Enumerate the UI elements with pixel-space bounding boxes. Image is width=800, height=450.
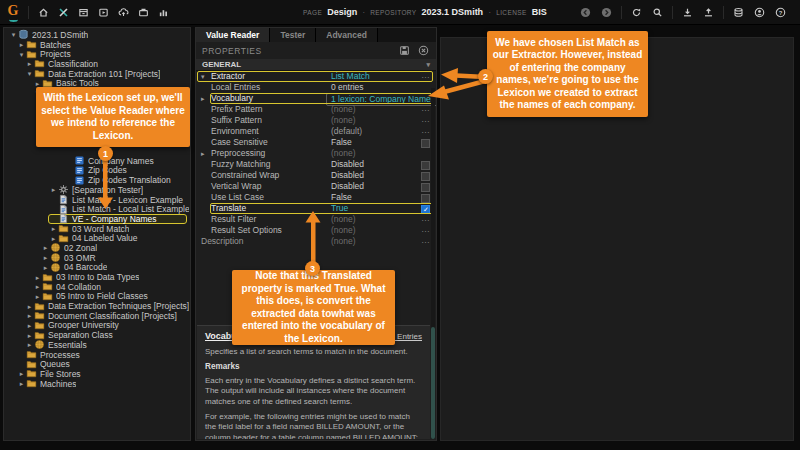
tree-item[interactable]: ▸02 Zonal — [40, 243, 190, 253]
user-icon[interactable] — [753, 6, 766, 19]
expand-icon[interactable]: ▸ — [25, 322, 34, 329]
tree-item[interactable]: ▸Batches — [16, 40, 190, 50]
property-value[interactable]: (none) — [331, 104, 356, 115]
property-value[interactable]: True — [331, 203, 348, 214]
checkbox-unchecked[interactable] — [421, 194, 430, 203]
property-value[interactable]: (none) — [331, 115, 356, 126]
expand-icon[interactable]: ▸ — [25, 332, 34, 339]
tree-item[interactable]: ▸Machines — [16, 379, 190, 389]
property-row[interactable]: Prefix Pattern(none)… — [196, 104, 436, 115]
forward-icon[interactable] — [600, 6, 613, 19]
tree-item[interactable]: ▸04 Barcode — [40, 263, 190, 273]
property-row[interactable]: Case SensitiveFalse — [196, 137, 436, 148]
property-value[interactable]: (none) — [331, 225, 356, 236]
stats-icon[interactable] — [157, 6, 170, 19]
property-value[interactable]: Disabled — [331, 170, 364, 181]
tree-item[interactable]: ▸04 Collation — [32, 282, 190, 292]
property-value[interactable]: (default) — [331, 126, 362, 137]
tree-item[interactable]: Processes — [16, 350, 190, 360]
expand-icon[interactable]: ▸ — [25, 312, 34, 319]
expand-icon[interactable]: ▸ — [17, 380, 26, 387]
back-icon[interactable] — [579, 6, 592, 19]
tree-item[interactable]: Queues — [16, 359, 190, 369]
expand-icon[interactable]: ▸ — [41, 264, 50, 271]
tree-item[interactable]: ▸Essentials — [24, 340, 190, 350]
expand-icon[interactable]: ▸ — [41, 244, 50, 251]
tree-item[interactable]: ▸05 Intro to Field Classes — [32, 292, 190, 302]
properties-scrollbar[interactable] — [431, 88, 435, 439]
save-icon[interactable] — [398, 44, 411, 57]
tab-advanced[interactable]: Advanced — [316, 28, 378, 42]
ellipsis-button[interactable]: … — [421, 214, 430, 223]
tree-item[interactable]: ▸Separation Class — [24, 330, 190, 340]
property-row[interactable]: Constrained WrapDisabled — [196, 170, 436, 181]
expand-icon[interactable]: ▸ — [25, 341, 34, 348]
property-value[interactable]: (none) — [331, 236, 356, 247]
property-value[interactable]: Disabled — [331, 159, 364, 170]
tree-item[interactable]: ▸03 Intro to Data Types — [32, 272, 190, 282]
close-icon[interactable] — [417, 44, 430, 57]
refresh-icon[interactable] — [630, 6, 643, 19]
expand-icon[interactable]: ▸ — [17, 41, 26, 48]
expand-icon[interactable]: ▸ — [41, 254, 50, 261]
tasks-icon[interactable] — [97, 6, 110, 19]
expand-icon[interactable]: ▸ — [49, 186, 58, 193]
database-icon[interactable] — [732, 6, 745, 19]
tree-item[interactable]: ▸[Separation Tester] — [48, 185, 190, 195]
property-row[interactable]: Environment(default)… — [196, 126, 436, 137]
expand-icon[interactable]: ▸ — [33, 283, 42, 290]
property-value[interactable]: False — [331, 137, 352, 148]
import-icon[interactable] — [117, 6, 130, 19]
property-row[interactable]: Fuzzy MatchingDisabled — [196, 159, 436, 170]
property-row[interactable]: TranslateTrue — [196, 203, 436, 214]
tree-item[interactable]: ▸04 Labeled Value — [48, 233, 190, 243]
collapse-icon[interactable]: ▾ — [201, 71, 205, 82]
property-value[interactable]: Disabled — [331, 181, 364, 192]
property-row[interactable]: Result Filter(none)… — [196, 214, 436, 225]
search-icon[interactable] — [651, 6, 664, 19]
expand-icon[interactable]: ▸ — [25, 303, 34, 310]
tree-item[interactable]: ▸Data Extraction Techniques [Projects] — [24, 301, 190, 311]
ellipsis-button[interactable]: … — [421, 225, 430, 234]
tree-item[interactable]: List Match - Lexicon Example — [48, 195, 190, 205]
expand-icon[interactable]: ▸ — [49, 235, 58, 242]
tree-item[interactable]: ▸Document Classification [Projects] — [24, 311, 190, 321]
tree-item[interactable]: ▸03 Word Match — [48, 224, 190, 234]
batches-icon[interactable] — [77, 6, 90, 19]
ellipsis-button[interactable]: … — [421, 104, 430, 113]
expand-icon[interactable]: ▸ — [17, 370, 26, 377]
ellipsis-button[interactable]: … — [421, 126, 430, 135]
property-row[interactable]: ▾ExtractorList Match… — [196, 71, 436, 82]
expand-icon[interactable]: ▸ — [33, 293, 42, 300]
collapse-icon[interactable]: ▾ — [9, 31, 18, 38]
checkbox-unchecked[interactable] — [421, 139, 430, 148]
property-value[interactable]: (none) — [331, 148, 356, 159]
collapse-icon[interactable]: ▾ — [17, 51, 26, 58]
checkbox-unchecked[interactable] — [421, 172, 430, 181]
expand-icon[interactable]: ▸ — [25, 60, 34, 67]
tab-tester[interactable]: Tester — [270, 28, 316, 42]
tree-item[interactable]: ▸03 OMR — [40, 253, 190, 263]
property-value[interactable]: (none) — [331, 214, 356, 225]
tree-item[interactable]: ▸Classification — [24, 59, 190, 69]
tree-item[interactable]: List Match - Local List Example — [48, 204, 190, 214]
property-row[interactable]: ▸Vocabulary1 lexicon: Company Names — [196, 93, 436, 104]
expand-icon[interactable]: ▸ — [201, 148, 205, 159]
tree-item[interactable]: Zip Codes Translation — [64, 175, 190, 185]
help-icon[interactable]: ? — [774, 6, 787, 19]
property-value[interactable]: False — [331, 192, 352, 203]
breadcrumb-repository-value[interactable]: 2023.1 DSmith — [422, 7, 484, 17]
checkbox-unchecked[interactable] — [421, 161, 430, 170]
tools-icon[interactable] — [57, 6, 70, 19]
expand-icon[interactable]: ▸ — [33, 80, 42, 87]
tree-item[interactable]: ▸File Stores — [16, 369, 190, 379]
expand-icon[interactable]: ▸ — [33, 274, 42, 281]
property-row[interactable]: Vertical WrapDisabled — [196, 181, 436, 192]
jobs-icon[interactable] — [137, 6, 150, 19]
home-icon[interactable] — [37, 6, 50, 19]
expand-icon[interactable]: ▸ — [49, 225, 58, 232]
ellipsis-button[interactable]: … — [421, 236, 430, 245]
ellipsis-button[interactable]: … — [421, 115, 430, 124]
property-row[interactable]: Result Set Options(none)… — [196, 225, 436, 236]
expand-icon[interactable]: ▸ — [201, 93, 205, 104]
